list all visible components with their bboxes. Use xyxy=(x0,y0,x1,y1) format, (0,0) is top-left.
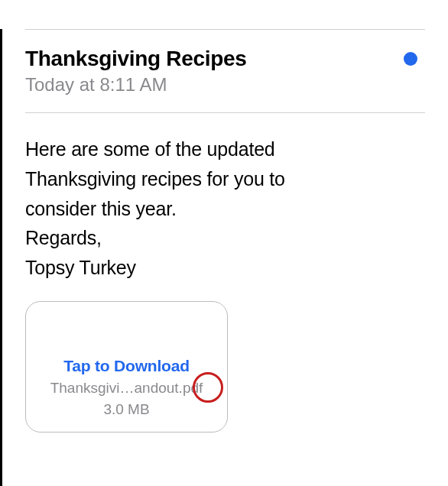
body-text-line: Topsy Turkey xyxy=(25,253,425,283)
email-view: Thanksgiving Recipes Today at 8:11 AM He… xyxy=(0,29,448,486)
body-text-line: Thanksgiving recipes for you to xyxy=(25,164,425,194)
attachment-filename: Thanksgivi…andout.pdf xyxy=(50,380,203,397)
email-timestamp: Today at 8:11 AM xyxy=(25,74,425,96)
attachment-size: 3.0 MB xyxy=(103,401,149,418)
body-text-line: Regards, xyxy=(25,223,425,253)
email-subject: Thanksgiving Recipes xyxy=(25,47,247,71)
body-text-line: consider this year. xyxy=(25,194,425,224)
attachment-card[interactable]: Tap to Download Thanksgivi…andout.pdf 3.… xyxy=(25,301,228,433)
body-text-line: Here are some of the updated xyxy=(25,134,425,164)
download-button[interactable]: Tap to Download xyxy=(63,357,190,375)
unread-indicator-icon xyxy=(404,52,417,66)
email-header: Thanksgiving Recipes xyxy=(25,30,425,71)
email-body: Here are some of the updated Thanksgivin… xyxy=(25,113,425,283)
